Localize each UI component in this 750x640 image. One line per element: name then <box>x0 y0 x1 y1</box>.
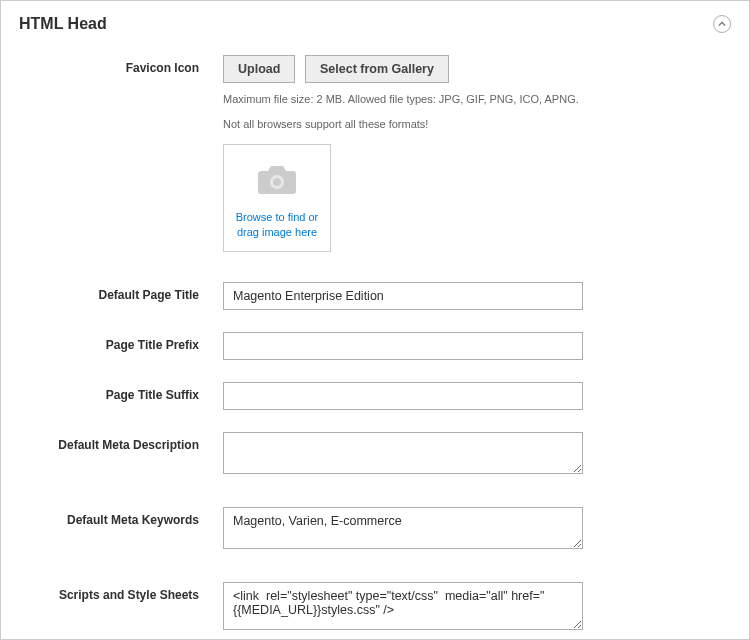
scripts-label: Scripts and Style Sheets <box>1 582 223 602</box>
page-title-prefix-label: Page Title Prefix <box>1 332 223 352</box>
default-meta-description-label: Default Meta Description <box>1 432 223 452</box>
default-meta-description-input[interactable] <box>223 432 583 474</box>
page-title-suffix-input[interactable] <box>223 382 583 410</box>
favicon-help-size: Maximum file size: 2 MB. Allowed file ty… <box>223 91 583 108</box>
upload-button[interactable]: Upload <box>223 55 295 83</box>
chevron-up-icon <box>718 21 726 27</box>
collapse-toggle[interactable] <box>713 15 731 33</box>
svg-point-1 <box>273 178 281 186</box>
scripts-input[interactable]: <link rel="stylesheet" type="text/css" m… <box>223 582 583 630</box>
browse-link[interactable]: Browse to find or drag image here <box>232 210 322 241</box>
panel-title: HTML Head <box>19 15 107 33</box>
default-page-title-input[interactable] <box>223 282 583 310</box>
default-page-title-label: Default Page Title <box>1 282 223 302</box>
page-title-suffix-label: Page Title Suffix <box>1 382 223 402</box>
favicon-drop-zone[interactable]: Browse to find or drag image here <box>223 144 331 252</box>
favicon-label: Favicon Icon <box>1 55 223 75</box>
page-title-prefix-input[interactable] <box>223 332 583 360</box>
favicon-help-browsers: Not all browsers support all these forma… <box>223 116 583 133</box>
default-meta-keywords-label: Default Meta Keywords <box>1 507 223 527</box>
default-meta-keywords-input[interactable]: Magento, Varien, E-commerce <box>223 507 583 549</box>
camera-icon <box>257 163 297 197</box>
select-from-gallery-button[interactable]: Select from Gallery <box>305 55 449 83</box>
